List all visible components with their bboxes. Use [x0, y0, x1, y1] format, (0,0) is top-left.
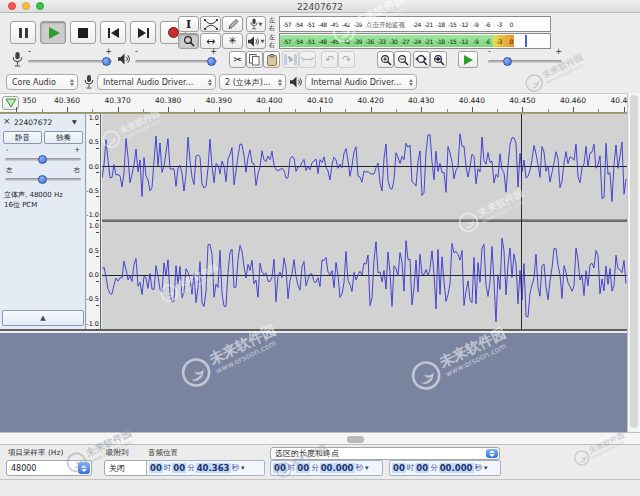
play-at-speed-icon [464, 55, 473, 65]
horizontal-scrollbar-thumb[interactable] [347, 436, 364, 443]
silence-audio-button[interactable] [299, 51, 316, 68]
copy-button[interactable] [246, 51, 263, 68]
collapse-track-button[interactable]: ▲ [2, 310, 84, 326]
multi-tool-button[interactable]: ✳ [222, 33, 243, 49]
horizontal-scrollbar[interactable] [0, 432, 640, 445]
cut-button[interactable]: ✂ [229, 51, 246, 68]
recording-volume-slider[interactable]: - + [26, 48, 114, 70]
amplitude-scale-label: 0.0 [87, 272, 99, 285]
time-digit[interactable]: 00 [415, 463, 429, 473]
stepper-icon [78, 462, 90, 474]
ruler-minor-tick [244, 109, 245, 112]
ruler-minor-tick [447, 109, 448, 112]
audio-position-display[interactable]: 00时00分40.363秒▾ [146, 460, 265, 476]
close-track-button[interactable]: × [3, 117, 11, 125]
waveform-right-channel[interactable] [102, 222, 627, 329]
slider-knob[interactable] [38, 175, 47, 184]
trim-audio-button[interactable] [282, 51, 299, 68]
envelope-tool-button[interactable] [200, 16, 221, 32]
time-digit[interactable]: 00 [149, 463, 163, 473]
timeline-ruler[interactable]: 35040.36040.37040.38040.39040.40040.4104… [0, 93, 627, 113]
track-bitdepth-info: 16位 PCM [4, 200, 37, 210]
undo-button[interactable]: ↶ [321, 51, 338, 68]
slider-knob[interactable] [38, 155, 47, 164]
time-digit[interactable]: 00 [273, 463, 287, 473]
play-at-speed-button[interactable] [458, 51, 478, 68]
playback-meter[interactable]: -57-54-51-48-45-42-39-36-33-30-27-24-21-… [279, 33, 551, 49]
track-name[interactable]: 22407672 [14, 118, 52, 127]
redo-icon: ↷ [342, 54, 351, 65]
slider-knob[interactable] [503, 57, 512, 66]
skip-to-start-button[interactable] [100, 21, 126, 44]
recording-channels-select[interactable]: 2 (立体声)... [219, 74, 286, 90]
playback-device-select[interactable]: Internal Audio Driver... [305, 74, 417, 90]
stop-button[interactable] [70, 21, 96, 44]
ruler-time-label: 40.460 [560, 96, 586, 105]
waveform-left-channel[interactable] [102, 114, 627, 219]
slider-knob[interactable] [102, 57, 111, 66]
ruler-time-label: 40.440 [459, 96, 485, 105]
fit-project-button[interactable] [430, 51, 447, 68]
pause-button[interactable] [10, 21, 36, 44]
dropdown-caret-icon[interactable]: ▾ [484, 464, 488, 472]
draw-tool-button[interactable] [222, 16, 243, 32]
vertical-scrollbar-thumb[interactable] [630, 95, 638, 428]
meter-monitor-text[interactable]: 点击开始监视 [364, 21, 407, 30]
selection-start-display[interactable]: 00时00分00.000秒▾ [270, 460, 383, 476]
time-digit[interactable]: 00.000 [320, 463, 355, 473]
paste-button[interactable] [263, 51, 280, 68]
redo-button[interactable]: ↷ [338, 51, 355, 68]
dropdown-caret-icon[interactable]: ▾ [365, 464, 369, 472]
time-digit[interactable]: 00 [392, 463, 406, 473]
selection-end-display[interactable]: 00时00分00.000秒▾ [389, 460, 501, 476]
time-digit[interactable]: 00 [172, 463, 186, 473]
waveform-area[interactable] [102, 114, 627, 329]
time-digit[interactable]: 40.363 [196, 463, 231, 473]
meter-scale-label: -33 [377, 38, 385, 45]
ruler-minor-tick [598, 109, 599, 112]
recording-volume-icon [12, 52, 23, 67]
fit-selection-button[interactable] [413, 51, 430, 68]
recording-channels-value: 2 (立体声)... [225, 77, 271, 88]
recording-device-value: Internal Audio Driver... [103, 78, 193, 87]
recording-device-select[interactable]: Internal Audio Driver... [97, 74, 216, 90]
selection-tool-button[interactable]: I [178, 16, 199, 32]
play-meter-left-label: 左 [269, 33, 275, 40]
time-digit[interactable]: 00 [296, 463, 310, 473]
play-meter-button[interactable]: ▼ [246, 33, 266, 49]
solo-button[interactable]: 独奏 [44, 131, 83, 144]
pan-slider[interactable]: 左 右 [3, 167, 83, 187]
time-digit[interactable]: 00.000 [439, 463, 474, 473]
meter-scale-label: -42 [342, 38, 350, 45]
audio-host-select[interactable]: Core Audio [6, 74, 78, 90]
project-empty-area[interactable] [0, 333, 627, 432]
track-menu-button[interactable]: ▼ [72, 118, 77, 125]
dropdown-arrows-icon [275, 79, 282, 86]
zoom-out-icon [397, 54, 409, 66]
selection-format-select[interactable]: 选区的长度和终点 [270, 447, 500, 460]
zoom-tool-button[interactable] [178, 33, 199, 49]
zoom-in-button[interactable] [377, 51, 394, 68]
skip-to-end-button[interactable] [130, 21, 156, 44]
mute-button[interactable]: 静音 [3, 131, 42, 144]
audio-position-label: 音频位置 [148, 448, 178, 458]
meter-scale-label: -27 [401, 38, 409, 45]
project-rate-label: 项目采样率 (Hz) [8, 448, 63, 458]
recording-meter[interactable]: -57-54-51-48-45-42-39-36-24-21-18-15-12-… [279, 16, 551, 32]
gain-slider[interactable]: - + [3, 147, 83, 167]
slider-knob[interactable] [207, 57, 216, 66]
meter-scale-label: -48 [318, 21, 326, 28]
record-meter-channel-labels: 左 右 [266, 16, 278, 31]
zoom-out-button[interactable] [394, 51, 411, 68]
play-button[interactable] [40, 21, 66, 44]
vertical-scrollbar[interactable] [627, 93, 640, 432]
dropdown-caret-icon[interactable]: ▾ [241, 464, 245, 472]
paste-icon [267, 54, 277, 66]
playback-speed-slider[interactable]: - + [486, 48, 564, 70]
project-rate-select[interactable]: 48000 [6, 460, 92, 476]
playback-volume-slider[interactable]: - + [133, 48, 219, 70]
fit-selection-icon [415, 54, 429, 66]
ruler-major-tick [168, 107, 169, 112]
magnifier-icon [183, 35, 195, 47]
record-meter-button[interactable]: ▼ [246, 16, 266, 32]
